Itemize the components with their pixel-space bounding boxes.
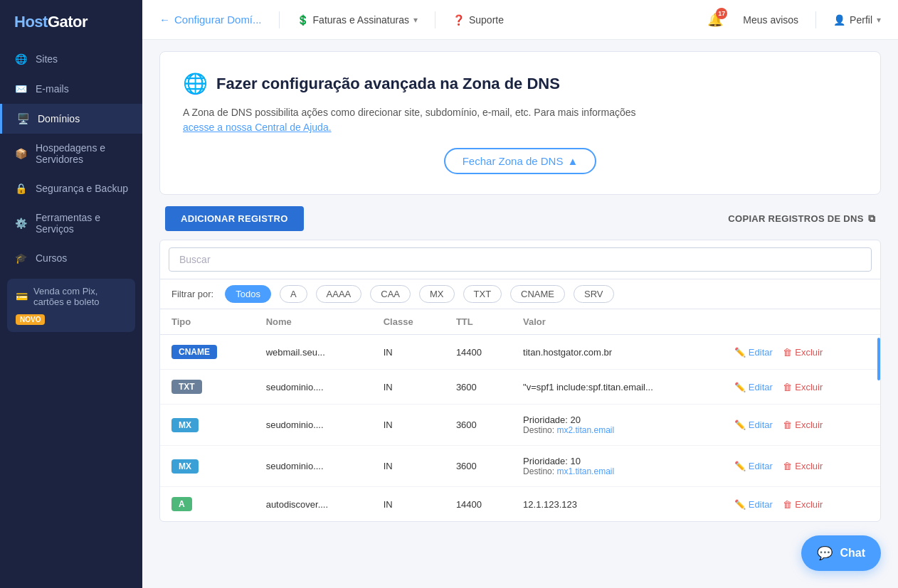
table-row: MX seudominio.... IN 3600 Prioridade: 20…	[160, 405, 880, 446]
table-row: A autodiscover.... IN 14400 12.1.123.123…	[160, 487, 880, 522]
col-valor: Valor	[512, 309, 723, 335]
edit-button[interactable]: ✏️ Editar	[734, 461, 773, 471]
sidebar-item-hospedagens[interactable]: 📦 Hospedagens e Servidores	[0, 134, 142, 173]
suporte-link[interactable]: ❓ Suporte	[453, 14, 504, 26]
delete-button[interactable]: 🗑 Excluir	[783, 461, 823, 471]
trash-icon: 🗑	[783, 347, 792, 358]
filter-txt[interactable]: TXT	[463, 285, 502, 303]
cell-ttl: 3600	[445, 446, 512, 487]
hospedagens-icon: 📦	[14, 147, 27, 160]
sidebar-item-pix[interactable]: 💳 Venda com Pix, cartões e boleto NOVO	[7, 279, 135, 332]
cell-ttl: 3600	[445, 405, 512, 446]
faturas-menu[interactable]: 💲 Faturas e Assinaturas ▾	[297, 14, 418, 26]
cell-name: seudominio....	[255, 370, 372, 405]
cell-class: IN	[372, 335, 445, 370]
sidebar-item-cursos[interactable]: 🎓 Cursos	[0, 243, 142, 273]
dns-table: Tipo Nome Classe TTL Valor CNAME webmail…	[160, 309, 880, 521]
edit-button[interactable]: ✏️ Editar	[734, 382, 773, 392]
cell-actions: ✏️ Editar 🗑 Excluir	[723, 370, 880, 405]
col-ttl: TTL	[445, 309, 512, 335]
edit-button[interactable]: ✏️ Editar	[734, 499, 773, 510]
sites-icon: 🌐	[14, 53, 27, 65]
help-link[interactable]: acesse a nossa Central de Ajuda.	[183, 122, 332, 133]
avisos-badge: 17	[716, 8, 727, 19]
col-classe: Classe	[372, 309, 445, 335]
cell-value: Prioridade: 10Destino: mx1.titan.email	[512, 446, 723, 487]
user-icon: 👤	[833, 14, 845, 26]
back-arrow-icon: ←	[159, 14, 170, 26]
add-record-button[interactable]: ADICIONAR REGISTRO	[165, 206, 304, 231]
filter-cname[interactable]: CNAME	[510, 285, 565, 303]
delete-button[interactable]: 🗑 Excluir	[783, 419, 823, 430]
col-tipo: Tipo	[160, 309, 255, 335]
cell-value: "v=spf1 include:spf.titan.email...	[512, 370, 723, 405]
dominios-icon: 🖥️	[16, 112, 29, 125]
cell-actions: ✏️ Editar 🗑 Excluir	[723, 405, 880, 446]
topbar-divider	[279, 11, 280, 28]
pencil-icon: ✏️	[734, 419, 746, 430]
filter-caa[interactable]: CAA	[370, 285, 411, 303]
cell-ttl: 14400	[445, 487, 512, 522]
type-badge: A	[171, 497, 192, 511]
dns-card-header: 🌐 Fazer configuração avançada na Zona de…	[183, 72, 857, 95]
ferramentas-icon: ⚙️	[14, 217, 27, 230]
edit-button[interactable]: ✏️ Editar	[734, 347, 773, 358]
cell-class: IN	[372, 446, 445, 487]
scrollbar-indicator[interactable]	[877, 338, 880, 380]
cell-ttl: 14400	[445, 335, 512, 370]
table-wrapper: Tipo Nome Classe TTL Valor CNAME webmail…	[160, 309, 880, 521]
logo: HostGator	[0, 0, 142, 44]
cell-type: TXT	[160, 370, 255, 405]
cell-class: IN	[372, 487, 445, 522]
avisos-label[interactable]: Meus avisos	[743, 14, 798, 26]
chat-bubble[interactable]: 💬 Chat	[801, 535, 881, 571]
cell-value: 12.1.123.123	[512, 487, 723, 522]
cell-actions: ✏️ Editar 🗑 Excluir	[723, 487, 880, 522]
filter-srv[interactable]: SRV	[574, 285, 614, 303]
cell-type: CNAME	[160, 335, 255, 370]
sidebar-item-seguranca[interactable]: 🔒 Segurança e Backup	[0, 173, 142, 203]
dns-table-container: Filtrar por: Todos A AAAA CAA MX TXT CNA…	[159, 240, 881, 522]
trash-icon: 🗑	[783, 499, 792, 510]
col-actions	[723, 309, 880, 335]
cell-type: MX	[160, 405, 255, 446]
delete-button[interactable]: 🗑 Excluir	[783, 382, 823, 392]
trash-icon: 🗑	[783, 461, 792, 471]
perfil-menu[interactable]: 👤 Perfil ▾	[833, 14, 881, 26]
cell-name: webmail.seu...	[255, 335, 372, 370]
filter-todos[interactable]: Todos	[225, 285, 271, 303]
avisos-bell[interactable]: 🔔 17	[707, 12, 723, 28]
sidebar-item-ferramentas[interactable]: ⚙️ Ferramentas e Serviços	[0, 203, 142, 243]
type-badge: MX	[171, 418, 199, 432]
delete-button[interactable]: 🗑 Excluir	[783, 347, 823, 358]
main-area: ← Configurar Domí... 💲 Faturas e Assinat…	[142, 0, 898, 588]
sidebar-item-dominios[interactable]: 🖥️ Domínios	[0, 104, 142, 134]
search-input[interactable]	[169, 247, 872, 272]
filter-mx[interactable]: MX	[419, 285, 455, 303]
table-row: CNAME webmail.seu... IN 14400 titan.host…	[160, 335, 880, 370]
copy-dns-button[interactable]: COPIAR REGISTROS DE DNS ⧉	[728, 213, 875, 225]
cell-type: MX	[160, 446, 255, 487]
type-badge: CNAME	[171, 345, 217, 359]
filter-a[interactable]: A	[280, 285, 307, 303]
cell-name: autodiscover....	[255, 487, 372, 522]
filter-aaaa[interactable]: AAAA	[316, 285, 362, 303]
close-dns-button[interactable]: Fechar Zona de DNS ▲	[444, 148, 597, 174]
dns-description: A Zona de DNS possibilita ações como dir…	[183, 105, 857, 135]
cell-value: Prioridade: 20Destino: mx2.titan.email	[512, 405, 723, 446]
cell-name: seudominio....	[255, 446, 372, 487]
pencil-icon: ✏️	[734, 461, 746, 471]
topbar: ← Configurar Domí... 💲 Faturas e Assinat…	[142, 0, 898, 40]
delete-button[interactable]: 🗑 Excluir	[783, 499, 823, 510]
sidebar-item-emails[interactable]: ✉️ E-mails	[0, 74, 142, 104]
sidebar-item-sites[interactable]: 🌐 Sites	[0, 44, 142, 74]
edit-button[interactable]: ✏️ Editar	[734, 419, 773, 430]
pencil-icon: ✏️	[734, 347, 746, 358]
question-icon: ❓	[453, 14, 465, 26]
perfil-chevron-icon: ▾	[877, 15, 881, 25]
cell-ttl: 3600	[445, 370, 512, 405]
page-content: 🌐 Fazer configuração avançada na Zona de…	[142, 40, 898, 588]
back-button[interactable]: ← Configurar Domí...	[159, 14, 262, 26]
chevron-down-icon: ▾	[413, 15, 418, 25]
col-nome: Nome	[255, 309, 372, 335]
